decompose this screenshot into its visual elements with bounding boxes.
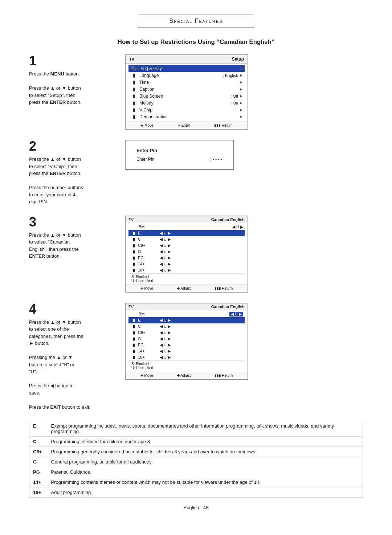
pin-value: : - - - -: [210, 157, 222, 162]
demo-label: Demonstration: [138, 114, 240, 119]
can2-row-18: ▮ 18+ ◀ U ▶: [128, 354, 245, 360]
step-2-text: Press the ▲ or ▼ button to select "V-Chi…: [29, 156, 116, 205]
can-label-C: C: [138, 237, 160, 241]
legend-row-14: 14+ Programming contains themes or conte…: [29, 477, 363, 487]
language-value: : English: [223, 73, 240, 78]
can-nav-PG: ◀ U ▶: [160, 256, 171, 260]
step-1-text: Press the MENU button. Press the ▲ or ▼ …: [29, 70, 116, 106]
can2-label-C: C: [138, 324, 160, 328]
can2-note-u: U: Unblocked: [131, 366, 242, 370]
can-screen-2-header: TV Canadian English: [126, 303, 248, 310]
step-2-section: 2 Press the ▲ or ▼ button to select "V-C…: [29, 140, 363, 205]
menu-row-melody: ▮ Melody : On ►: [128, 99, 245, 106]
legend-code-G: G: [29, 457, 48, 467]
can-row-PG: ▮ PG ◀ U ▶: [128, 255, 245, 261]
page-header: Special Features: [138, 15, 254, 28]
setup-screen-footer: ✚ Move ↵ Enter ▮▮▮ Return: [126, 122, 248, 129]
menu-row-language: ▮ Language : English ►: [128, 72, 245, 79]
can2-icon-18: ▮: [130, 355, 138, 360]
can2-label-E: E: [138, 318, 160, 322]
can-nav-18: ◀ U ▶: [160, 268, 171, 273]
step-2-number: 2: [29, 140, 116, 153]
melody-value: : On: [230, 101, 240, 105]
footer-enter: ↵ Enter: [177, 123, 190, 127]
vchip-icon: ▮: [130, 107, 138, 113]
can-row-G: ▮ G ◀ U ▶: [128, 249, 245, 255]
can2-row-14: ▮ 14+ ◀ U ▶: [128, 348, 245, 354]
can-nav-G: ◀ U ▶: [160, 249, 171, 254]
can2-row-G: ▮ G ◀ U ▶: [128, 336, 245, 342]
can-note-2: B: Blocked U: Unblocked: [128, 360, 245, 371]
step-1-number: 1: [29, 54, 116, 68]
can2-icon-14: ▮: [130, 349, 138, 354]
plugplay-arrow: ►: [240, 66, 243, 70]
can2-icon-C8: ▮: [130, 330, 138, 335]
menu-row-demo: ▮ Demonstration ►: [128, 113, 245, 120]
melody-arrow: ►: [240, 101, 243, 105]
legend-desc-C: Programming intended for children under …: [48, 437, 363, 447]
can2-row-PG: ▮ PG ◀ U ▶: [128, 342, 245, 348]
pin-screen-row: Enter Pin : - - - -: [136, 157, 222, 162]
can-body-2: BM ◀ U ▶ ▮ E ◀ U ▶ ▮ C ◀ U ▶ ▮: [126, 310, 248, 372]
can-tv-label-1: TV: [128, 217, 134, 222]
menu-row-caption: ▮ Caption ►: [128, 86, 245, 93]
step-4-screen: TV Canadian English BM ◀ U ▶ ▮ E ◀ U ▶ ▮: [125, 303, 363, 380]
language-label: Language: [138, 73, 223, 78]
can-footer-1: ✚ Move ✚ Adjust ▮▮▮ Return: [126, 285, 248, 292]
legend-row-C8: C8+ Programming generally considered acc…: [29, 447, 363, 457]
can-tv-label-2: TV: [128, 305, 134, 309]
step-3-text: Press the ▲ or ▼ button to select "Canad…: [29, 232, 116, 260]
can-icon-18: ▮: [130, 268, 138, 273]
setup-screen: TV Setup 🔌 Plug & Play ► ▮ Language : En…: [125, 54, 248, 130]
can-title-1: Canadian English: [211, 217, 245, 222]
can2-row-E: ▮ E ◀ U ▶: [128, 317, 245, 323]
legend-code-C: C: [29, 437, 48, 447]
step-1-screen: TV Setup 🔌 Plug & Play ► ▮ Language : En…: [125, 54, 363, 130]
can-label-G: G: [138, 249, 160, 254]
can2-nav-G: ◀ U ▶: [160, 336, 171, 341]
rating-header-row: BM ◀ U ▶: [137, 224, 245, 230]
legend-row-PG: PG Parental Guidance.: [29, 467, 363, 477]
canadian-screen-2: TV Canadian English BM ◀ U ▶ ▮ E ◀ U ▶ ▮: [125, 303, 248, 380]
setup-tv-label: TV: [129, 57, 134, 61]
step-3-section: 3 Press the ▲ or ▼ button to select "Can…: [29, 216, 363, 293]
bluescreen-icon: ▮: [130, 93, 138, 99]
can-note-b: B: Blocked: [131, 275, 242, 279]
can2-nav-C: ◀ U ▶: [160, 324, 171, 329]
menu-row-plugplay: 🔌 Plug & Play ►: [128, 65, 245, 72]
can2-nav-C8: ◀ U ▶: [160, 330, 171, 335]
can-icon-PG: ▮: [130, 256, 138, 260]
can-footer-move-1: ✚ Move: [140, 286, 153, 290]
step-2-screen: Enter Pin Enter Pin : - - - -: [125, 140, 363, 170]
can2-nav-18: ◀ U ▶: [160, 355, 171, 360]
can-icon-C8: ▮: [130, 243, 138, 248]
can-screen-1-header: TV Canadian English: [126, 216, 248, 223]
can2-nav-E: ◀ U ▶: [160, 318, 171, 323]
language-arrow: ►: [240, 73, 243, 77]
can-nav-C8: ◀ U ▶: [160, 243, 171, 248]
can2-icon-C: ▮: [130, 324, 138, 329]
can2-label-14: 14+: [138, 349, 160, 353]
setup-screen-body: 🔌 Plug & Play ► ▮ Language : English ► ▮…: [126, 64, 248, 122]
legend-code-E: E: [29, 421, 48, 437]
can-footer-return-2: ▮▮▮ Return: [215, 373, 233, 377]
step-3-number: 3: [29, 216, 116, 229]
can-icon-G: ▮: [130, 249, 138, 254]
can2-icon-E: ▮: [130, 318, 138, 323]
can-row-C: ▮ C ◀ U ▶: [128, 236, 245, 242]
can-row-E: ▮ E ◀ U ▶: [128, 230, 245, 236]
can-label-PG: PG: [138, 256, 160, 260]
legend-row-C: C Programming intended for children unde…: [29, 437, 363, 447]
can2-label-PG: PG: [138, 343, 160, 347]
melody-label: Melody: [138, 101, 230, 106]
can2-nav-14: ◀ U ▶: [160, 349, 171, 354]
step-4-section: 4 Press the ▲ or ▼ button to select one …: [29, 303, 363, 411]
can-note-u: U: Unblocked: [131, 279, 242, 283]
vchip-label: V-Chip: [138, 107, 240, 113]
menu-row-time: ▮ Time ►: [128, 79, 245, 86]
rating-nav-1: ◀ U ▶: [232, 225, 243, 229]
step-4-text: Press the ▲ or ▼ button to select one of…: [29, 319, 116, 411]
step-2-left: 2 Press the ▲ or ▼ button to select "V-C…: [29, 140, 116, 205]
can2-icon-G: ▮: [130, 336, 138, 341]
caption-icon: ▮: [130, 86, 138, 92]
